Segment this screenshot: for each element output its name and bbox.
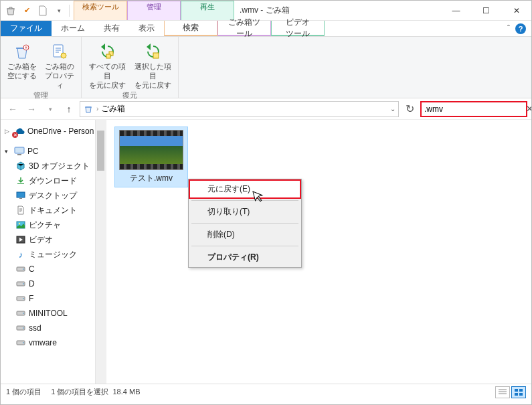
sidebar-item-drive-f[interactable]: F <box>1 291 106 306</box>
recycle-bin-icon <box>83 104 94 114</box>
svg-point-20 <box>23 313 24 314</box>
expand-icon[interactable]: ▷ <box>5 128 11 135</box>
ctxmenu-separator <box>191 200 298 201</box>
qat-dropdown-icon[interactable]: ▾ <box>52 3 66 18</box>
restore-selected-button[interactable]: 選択した項目を元に戻す <box>131 39 174 90</box>
ctx-tab-manage[interactable]: 管理 <box>127 1 181 20</box>
recycle-bin-icon[interactable] <box>3 3 18 18</box>
sidebar-item-downloads[interactable]: ダウンロード <box>1 173 106 188</box>
thumbnails-view-button[interactable] <box>511 386 526 398</box>
view-toggle-group <box>495 386 526 398</box>
tab-recycle-tools[interactable]: ごみ箱ツール <box>217 21 271 36</box>
sidebar-item-pictures[interactable]: ピクチャ <box>1 218 106 232</box>
svg-point-11 <box>19 223 20 224</box>
file-item[interactable]: テスト.wmv <box>114 127 188 187</box>
sidebar-item-documents[interactable]: ドキュメント <box>1 203 106 218</box>
check-icon[interactable]: ✔ <box>19 3 34 18</box>
sidebar-item-drive-d[interactable]: D <box>1 276 106 291</box>
sidebar-item-pc[interactable]: ▾ PC <box>1 144 106 159</box>
context-menu: 元に戻す(E) 切り取り(T) 削除(D) プロパティ(R) <box>188 179 302 268</box>
tab-share[interactable]: 共有 <box>94 21 129 36</box>
sidebar-item-label: ダウンロード <box>29 175 77 187</box>
minimize-button[interactable]: ― <box>441 1 471 20</box>
document-icon[interactable] <box>35 3 50 18</box>
ctx-tab-search[interactable]: 検索ツール <box>74 1 127 20</box>
empty-recycle-bin-button[interactable]: ごみ箱を空にする <box>5 39 39 90</box>
ribbon-group-restore: すべての項目を元に戻す 選択した項目を元に戻す 復元 <box>82 37 179 98</box>
tab-file[interactable]: ファイル <box>1 21 52 36</box>
search-field[interactable] <box>424 104 525 114</box>
close-button[interactable]: ✕ <box>501 1 531 20</box>
collapse-icon[interactable]: ▾ <box>5 148 11 155</box>
video-thumbnail <box>119 130 183 170</box>
svg-point-18 <box>23 298 24 299</box>
sidebar-item-drive-ssd[interactable]: ssd <box>1 321 106 335</box>
scrollbar-thumb[interactable] <box>97 131 104 171</box>
sidebar-item-drive-vmware[interactable]: vmware <box>1 335 106 350</box>
breadcrumb[interactable]: › ごみ箱 ⌄ <box>80 101 399 117</box>
svg-rect-7 <box>17 154 21 155</box>
sidebar-item-desktop[interactable]: デスクトップ <box>1 188 106 203</box>
sidebar-item-music[interactable]: ♪ ミュージック <box>1 247 106 262</box>
ctx-tab-play[interactable]: 再生 <box>181 1 234 20</box>
window-controls: ― ☐ ✕ <box>441 1 531 20</box>
onedrive-icon: ✕ <box>14 126 25 137</box>
drive-icon <box>15 264 26 274</box>
tab-search-tools[interactable]: 検索 <box>164 21 217 36</box>
drive-icon <box>15 323 26 333</box>
details-view-button[interactable] <box>495 386 510 398</box>
sidebar-item-3dobjects[interactable]: 3D オブジェクト <box>1 159 106 173</box>
ctxmenu-cut[interactable]: 切り取り(T) <box>189 202 301 222</box>
divider <box>69 5 70 17</box>
navigation-pane[interactable]: ▷ ✕ OneDrive - Person ▾ PC 3D オブジェクト ダウン… <box>1 120 106 384</box>
cube-icon <box>15 161 26 171</box>
recycle-bin-properties-button[interactable]: ごみ箱のプロパティ <box>42 39 77 90</box>
empty-bin-icon <box>11 41 33 62</box>
svg-point-16 <box>23 283 24 285</box>
up-button[interactable]: ↑ <box>61 101 77 117</box>
sidebar-item-label: D <box>29 279 35 289</box>
sidebar-item-drive-minitool[interactable]: MINITOOL <box>1 306 106 321</box>
file-name: テスト.wmv <box>130 173 173 184</box>
ctxmenu-properties[interactable]: プロパティ(R) <box>189 248 301 267</box>
clear-search-icon[interactable]: ✕ <box>525 104 532 114</box>
properties-icon <box>49 41 70 62</box>
svg-rect-6 <box>15 147 24 153</box>
ribbon-group-manage: ごみ箱を空にする ごみ箱のプロパティ 管理 <box>1 37 82 98</box>
restore-selected-icon <box>142 41 163 62</box>
sidebar-item-videos[interactable]: ビデオ <box>1 232 106 247</box>
forward-button[interactable]: → <box>23 101 39 117</box>
svg-point-14 <box>23 268 24 270</box>
back-button[interactable]: ← <box>5 101 21 117</box>
help-icon[interactable]: ? <box>515 23 526 34</box>
sidebar-item-label: ssd <box>29 323 41 333</box>
restore-all-button[interactable]: すべての項目を元に戻す <box>86 39 128 90</box>
tab-home[interactable]: ホーム <box>52 21 94 36</box>
sidebar-item-onedrive[interactable]: ▷ ✕ OneDrive - Person <box>1 124 106 139</box>
maximize-button[interactable]: ☐ <box>471 1 501 20</box>
sidebar-item-drive-c[interactable]: C <box>1 262 106 276</box>
document-icon <box>15 205 26 216</box>
file-list-pane[interactable]: テスト.wmv <box>106 120 531 384</box>
ctxmenu-separator <box>191 223 298 224</box>
sidebar-item-label: ピクチャ <box>29 220 61 231</box>
status-item-count: 1 個の項目 <box>6 387 41 397</box>
tab-video-tools[interactable]: ビデオ ツール <box>271 21 325 36</box>
drive-icon <box>15 337 26 348</box>
collapse-ribbon-icon[interactable]: ˆ <box>507 24 510 33</box>
sidebar-item-label: C <box>29 264 35 274</box>
sidebar-item-label: F <box>29 294 33 303</box>
ctxmenu-delete[interactable]: 削除(D) <box>189 225 301 244</box>
svg-rect-26 <box>519 389 523 392</box>
tab-view[interactable]: 表示 <box>129 21 164 36</box>
breadcrumb-history-icon[interactable]: ⌄ <box>390 105 395 112</box>
sidebar-item-label: vmware <box>29 338 57 347</box>
refresh-button[interactable]: ↻ <box>402 102 418 115</box>
search-input[interactable]: ✕ <box>420 101 527 117</box>
recent-locations-dropdown[interactable]: ▾ <box>42 101 58 117</box>
ctxmenu-restore[interactable]: 元に戻す(E) <box>189 179 301 199</box>
svg-point-24 <box>23 342 24 343</box>
svg-rect-25 <box>515 389 518 392</box>
breadcrumb-current[interactable]: ごみ箱 <box>101 103 125 114</box>
sidebar-scrollbar[interactable] <box>95 120 106 384</box>
